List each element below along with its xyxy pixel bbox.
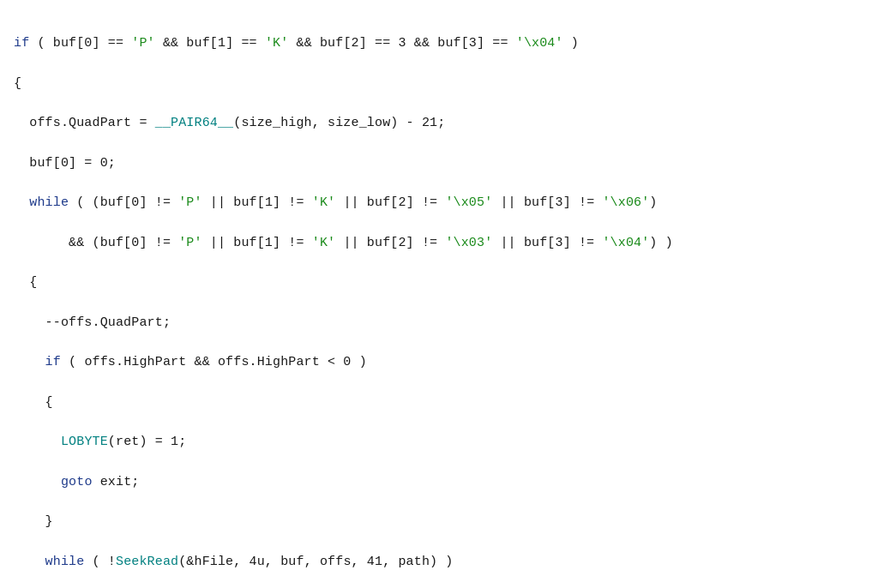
code-line-10: {: [14, 393, 864, 412]
code-line-13: }: [14, 512, 864, 531]
code-line-2: {: [14, 74, 864, 93]
code-line-11: LOBYTE(ret) = 1;: [14, 432, 864, 452]
code-line-14: while ( !SeekRead(&hFile, 4u, buf, offs,…: [14, 552, 864, 572]
code-line-5: while ( (buf[0] != 'P' || buf[1] != 'K' …: [14, 193, 864, 213]
code-line-6: && (buf[0] != 'P' || buf[1] != 'K' || bu…: [14, 233, 864, 253]
code-line-8: --offs.QuadPart;: [14, 313, 864, 333]
code-line-4: buf[0] = 0;: [14, 153, 864, 173]
code-line-12: goto exit;: [14, 472, 864, 492]
code-line-9: if ( offs.HighPart && offs.HighPart < 0 …: [14, 352, 864, 372]
code-line-7: {: [14, 273, 864, 292]
code-container: if ( buf[0] == 'P' && buf[1] == 'K' && b…: [0, 10, 878, 588]
code-line-1: if ( buf[0] == 'P' && buf[1] == 'K' && b…: [14, 33, 864, 53]
kw-if: if: [14, 36, 29, 51]
code-line-3: offs.QuadPart = __PAIR64__(size_high, si…: [14, 113, 864, 133]
